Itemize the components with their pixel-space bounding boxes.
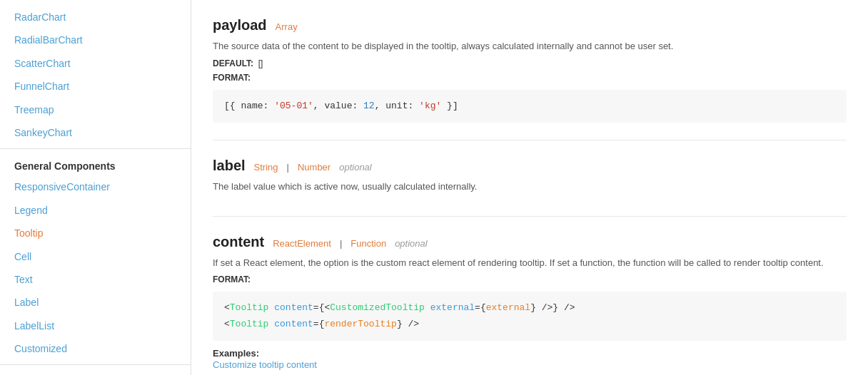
sidebar-item-customized[interactable]: Customized: [0, 337, 191, 360]
prop-payload: payload Array The source data of the con…: [213, 0, 847, 140]
sidebar-divider-1: [0, 148, 191, 149]
prop-label-name: label: [213, 158, 246, 174]
sidebar-item-radial-bar-chart[interactable]: RadialBarChart: [0, 29, 191, 51]
prop-payload-code: [{ name: '05-01', value: 12, unit: 'kg' …: [213, 90, 847, 123]
prop-label-type1: String: [254, 162, 278, 173]
prop-label-description: The label value which is active now, usu…: [213, 180, 847, 195]
prop-label: label String | Number optional The label…: [213, 140, 847, 217]
sidebar-section-general: General Components: [0, 153, 191, 175]
prop-payload-description: The source data of the content to be dis…: [213, 39, 847, 54]
prop-payload-header: payload Array: [213, 17, 847, 34]
prop-content-header: content ReactElement | Function optional: [213, 234, 847, 250]
sidebar: RadarChart RadialBarChart ScatterChart F…: [0, 0, 191, 375]
prop-payload-type: Array: [276, 21, 298, 32]
prop-content-type2: Function: [350, 238, 386, 249]
sidebar-item-responsive-container[interactable]: ResponsiveContainer: [0, 175, 191, 198]
sidebar-item-label[interactable]: Label: [0, 291, 191, 314]
prop-content-separator: |: [340, 238, 342, 249]
sidebar-item-cell[interactable]: Cell: [0, 245, 191, 268]
prop-content-name: content: [213, 234, 264, 250]
sidebar-item-sankey-chart[interactable]: SankeyChart: [0, 121, 191, 144]
prop-label-optional: optional: [339, 162, 372, 173]
prop-content-type1: ReactElement: [273, 238, 331, 249]
sidebar-item-radar-chart[interactable]: RadarChart: [0, 6, 191, 29]
prop-content-format-label: FORMAT:: [213, 274, 847, 284]
sidebar-items-top: RadarChart RadialBarChart ScatterChart F…: [0, 6, 191, 144]
prop-content-description: If set a React element, the option is th…: [213, 256, 847, 271]
prop-payload-format-label: FORMAT:: [213, 73, 847, 83]
prop-label-type2: Number: [298, 162, 330, 173]
sidebar-item-text[interactable]: Text: [0, 268, 191, 291]
prop-payload-default-label: DEFAULT: []: [213, 58, 847, 68]
prop-content: content ReactElement | Function optional…: [213, 217, 847, 375]
sidebar-item-treemap[interactable]: Treemap: [0, 98, 191, 121]
sidebar-divider-2: [0, 364, 191, 365]
examples-label: Examples:: [213, 348, 847, 359]
prop-payload-name: payload: [213, 17, 267, 34]
prop-content-code-line1: <Tooltip content={<CustomizedTooltip ext…: [224, 300, 835, 316]
prop-label-header: label String | Number optional: [213, 158, 847, 174]
sidebar-section-cartesian: Cartesian Components: [0, 369, 191, 375]
prop-content-code-line2: <Tooltip content={renderTooltip} />: [224, 317, 835, 332]
sidebar-items-general: ResponsiveContainer Legend Tooltip Cell …: [0, 175, 191, 360]
examples-link[interactable]: Customize tooltip content: [213, 359, 317, 370]
main-content: payload Array The source data of the con…: [191, 0, 868, 375]
sidebar-item-scatter-chart[interactable]: ScatterChart: [0, 52, 191, 75]
sidebar-item-tooltip[interactable]: Tooltip: [0, 222, 191, 245]
sidebar-item-funnel-chart[interactable]: FunnelChart: [0, 75, 191, 98]
prop-label-separator: |: [287, 162, 289, 173]
prop-content-optional: optional: [395, 238, 428, 249]
prop-content-code: <Tooltip content={<CustomizedTooltip ext…: [213, 292, 847, 340]
sidebar-item-label-list[interactable]: LabelList: [0, 314, 191, 337]
sidebar-item-legend[interactable]: Legend: [0, 199, 191, 222]
